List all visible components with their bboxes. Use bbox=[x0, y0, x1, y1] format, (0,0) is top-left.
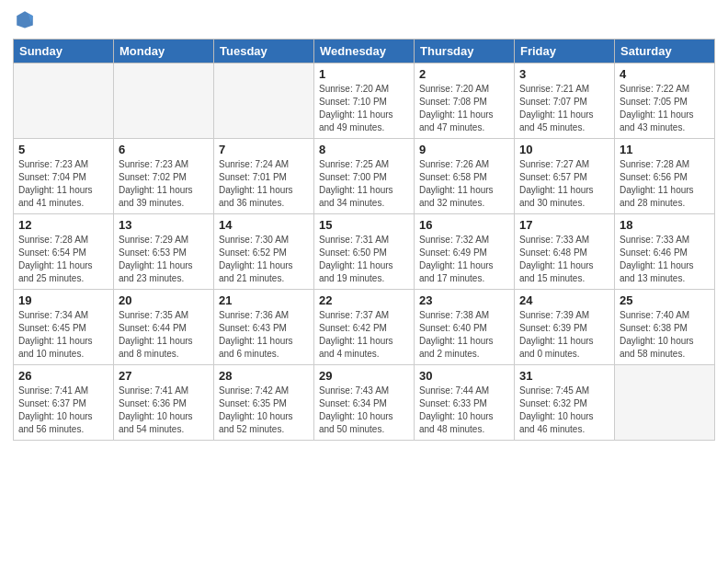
day-number: 2 bbox=[419, 67, 509, 81]
day-info: Sunrise: 7:20 AM Sunset: 7:08 PM Dayligh… bbox=[419, 83, 509, 134]
day-info: Sunrise: 7:27 AM Sunset: 6:57 PM Dayligh… bbox=[519, 158, 609, 210]
weekday-header-saturday: Saturday bbox=[615, 40, 715, 63]
day-number: 20 bbox=[119, 293, 209, 307]
weekday-header-friday: Friday bbox=[515, 40, 615, 63]
calendar-cell: 9Sunrise: 7:26 AM Sunset: 6:58 PM Daylig… bbox=[415, 139, 515, 214]
calendar-cell bbox=[615, 365, 715, 441]
week-row-5: 26Sunrise: 7:41 AM Sunset: 6:37 PM Dayli… bbox=[14, 365, 715, 441]
day-number: 9 bbox=[419, 143, 509, 156]
calendar-cell: 21Sunrise: 7:36 AM Sunset: 6:43 PM Dayli… bbox=[214, 290, 314, 365]
week-row-4: 19Sunrise: 7:34 AM Sunset: 6:45 PM Dayli… bbox=[14, 290, 715, 365]
day-info: Sunrise: 7:43 AM Sunset: 6:34 PM Dayligh… bbox=[319, 385, 409, 436]
day-number: 19 bbox=[18, 293, 108, 307]
calendar-cell: 20Sunrise: 7:35 AM Sunset: 6:44 PM Dayli… bbox=[114, 290, 214, 365]
calendar-cell: 7Sunrise: 7:24 AM Sunset: 7:01 PM Daylig… bbox=[214, 139, 314, 214]
calendar-cell: 6Sunrise: 7:23 AM Sunset: 7:02 PM Daylig… bbox=[114, 139, 214, 214]
calendar-cell: 25Sunrise: 7:40 AM Sunset: 6:38 PM Dayli… bbox=[615, 290, 715, 365]
calendar-cell: 8Sunrise: 7:25 AM Sunset: 7:00 PM Daylig… bbox=[314, 139, 415, 214]
calendar-cell: 3Sunrise: 7:21 AM Sunset: 7:07 PM Daylig… bbox=[515, 63, 615, 139]
day-number: 24 bbox=[519, 293, 609, 307]
day-number: 13 bbox=[119, 218, 209, 232]
day-number: 25 bbox=[620, 293, 710, 307]
day-number: 15 bbox=[319, 218, 409, 232]
day-info: Sunrise: 7:35 AM Sunset: 6:44 PM Dayligh… bbox=[119, 309, 209, 361]
day-number: 31 bbox=[519, 369, 609, 383]
calendar-cell: 2Sunrise: 7:20 AM Sunset: 7:08 PM Daylig… bbox=[415, 63, 515, 139]
calendar-cell: 22Sunrise: 7:37 AM Sunset: 6:42 PM Dayli… bbox=[314, 290, 415, 365]
calendar-cell: 19Sunrise: 7:34 AM Sunset: 6:45 PM Dayli… bbox=[14, 290, 114, 365]
logo-icon bbox=[15, 9, 35, 29]
week-row-3: 12Sunrise: 7:28 AM Sunset: 6:54 PM Dayli… bbox=[14, 214, 715, 290]
day-number: 14 bbox=[219, 218, 309, 232]
day-number: 11 bbox=[620, 143, 710, 156]
day-info: Sunrise: 7:45 AM Sunset: 6:32 PM Dayligh… bbox=[519, 385, 609, 436]
day-info: Sunrise: 7:39 AM Sunset: 6:39 PM Dayligh… bbox=[519, 309, 609, 361]
day-number: 10 bbox=[519, 143, 609, 156]
calendar-cell: 24Sunrise: 7:39 AM Sunset: 6:39 PM Dayli… bbox=[515, 290, 615, 365]
day-number: 16 bbox=[419, 218, 509, 232]
weekday-header-wednesday: Wednesday bbox=[314, 40, 415, 63]
calendar-table: SundayMondayTuesdayWednesdayThursdayFrid… bbox=[13, 39, 715, 441]
day-info: Sunrise: 7:31 AM Sunset: 6:50 PM Dayligh… bbox=[319, 234, 409, 285]
calendar-cell: 26Sunrise: 7:41 AM Sunset: 6:37 PM Dayli… bbox=[14, 365, 114, 441]
weekday-header-tuesday: Tuesday bbox=[214, 40, 314, 63]
day-number: 26 bbox=[18, 369, 108, 383]
logo bbox=[13, 9, 37, 33]
day-info: Sunrise: 7:25 AM Sunset: 7:00 PM Dayligh… bbox=[319, 158, 409, 210]
week-row-2: 5Sunrise: 7:23 AM Sunset: 7:04 PM Daylig… bbox=[14, 139, 715, 214]
day-number: 8 bbox=[319, 143, 409, 156]
calendar-cell: 15Sunrise: 7:31 AM Sunset: 6:50 PM Dayli… bbox=[314, 214, 415, 290]
day-number: 30 bbox=[419, 369, 509, 383]
calendar-cell: 11Sunrise: 7:28 AM Sunset: 6:56 PM Dayli… bbox=[615, 139, 715, 214]
day-info: Sunrise: 7:20 AM Sunset: 7:10 PM Dayligh… bbox=[319, 83, 409, 134]
calendar-cell: 17Sunrise: 7:33 AM Sunset: 6:48 PM Dayli… bbox=[515, 214, 615, 290]
day-info: Sunrise: 7:38 AM Sunset: 6:40 PM Dayligh… bbox=[419, 309, 509, 361]
day-info: Sunrise: 7:42 AM Sunset: 6:35 PM Dayligh… bbox=[219, 385, 309, 436]
calendar-cell bbox=[114, 63, 214, 139]
day-number: 29 bbox=[319, 369, 409, 383]
day-number: 28 bbox=[219, 369, 309, 383]
day-info: Sunrise: 7:33 AM Sunset: 6:46 PM Dayligh… bbox=[620, 234, 710, 285]
calendar-cell: 1Sunrise: 7:20 AM Sunset: 7:10 PM Daylig… bbox=[314, 63, 415, 139]
day-info: Sunrise: 7:26 AM Sunset: 6:58 PM Dayligh… bbox=[419, 158, 509, 210]
day-number: 21 bbox=[219, 293, 309, 307]
day-number: 27 bbox=[119, 369, 209, 383]
day-info: Sunrise: 7:40 AM Sunset: 6:38 PM Dayligh… bbox=[620, 309, 710, 361]
day-number: 18 bbox=[620, 218, 710, 232]
calendar-cell: 13Sunrise: 7:29 AM Sunset: 6:53 PM Dayli… bbox=[114, 214, 214, 290]
day-info: Sunrise: 7:23 AM Sunset: 7:04 PM Dayligh… bbox=[18, 158, 108, 210]
day-info: Sunrise: 7:29 AM Sunset: 6:53 PM Dayligh… bbox=[119, 234, 209, 285]
day-number: 4 bbox=[620, 67, 710, 81]
day-number: 1 bbox=[319, 67, 409, 81]
day-info: Sunrise: 7:21 AM Sunset: 7:07 PM Dayligh… bbox=[519, 83, 609, 134]
day-info: Sunrise: 7:44 AM Sunset: 6:33 PM Dayligh… bbox=[419, 385, 509, 436]
day-info: Sunrise: 7:32 AM Sunset: 6:49 PM Dayligh… bbox=[419, 234, 509, 285]
day-number: 7 bbox=[219, 143, 309, 156]
day-number: 5 bbox=[18, 143, 108, 156]
day-info: Sunrise: 7:34 AM Sunset: 6:45 PM Dayligh… bbox=[18, 309, 108, 361]
day-info: Sunrise: 7:28 AM Sunset: 6:54 PM Dayligh… bbox=[18, 234, 108, 285]
calendar-cell: 28Sunrise: 7:42 AM Sunset: 6:35 PM Dayli… bbox=[214, 365, 314, 441]
weekday-header-row: SundayMondayTuesdayWednesdayThursdayFrid… bbox=[14, 40, 715, 63]
header bbox=[13, 9, 715, 33]
calendar-cell bbox=[214, 63, 314, 139]
calendar-cell: 4Sunrise: 7:22 AM Sunset: 7:05 PM Daylig… bbox=[615, 63, 715, 139]
calendar-cell: 29Sunrise: 7:43 AM Sunset: 6:34 PM Dayli… bbox=[314, 365, 415, 441]
calendar-cell: 14Sunrise: 7:30 AM Sunset: 6:52 PM Dayli… bbox=[214, 214, 314, 290]
calendar-cell: 16Sunrise: 7:32 AM Sunset: 6:49 PM Dayli… bbox=[415, 214, 515, 290]
day-info: Sunrise: 7:41 AM Sunset: 6:37 PM Dayligh… bbox=[18, 385, 108, 436]
calendar-cell: 12Sunrise: 7:28 AM Sunset: 6:54 PM Dayli… bbox=[14, 214, 114, 290]
day-info: Sunrise: 7:24 AM Sunset: 7:01 PM Dayligh… bbox=[219, 158, 309, 210]
calendar-cell: 5Sunrise: 7:23 AM Sunset: 7:04 PM Daylig… bbox=[14, 139, 114, 214]
day-info: Sunrise: 7:41 AM Sunset: 6:36 PM Dayligh… bbox=[119, 385, 209, 436]
weekday-header-monday: Monday bbox=[114, 40, 214, 63]
day-number: 3 bbox=[519, 67, 609, 81]
day-number: 12 bbox=[18, 218, 108, 232]
day-number: 22 bbox=[319, 293, 409, 307]
page-container: SundayMondayTuesdayWednesdayThursdayFrid… bbox=[0, 0, 728, 450]
day-info: Sunrise: 7:30 AM Sunset: 6:52 PM Dayligh… bbox=[219, 234, 309, 285]
calendar-cell: 31Sunrise: 7:45 AM Sunset: 6:32 PM Dayli… bbox=[515, 365, 615, 441]
calendar-cell bbox=[14, 63, 114, 139]
day-info: Sunrise: 7:33 AM Sunset: 6:48 PM Dayligh… bbox=[519, 234, 609, 285]
day-number: 23 bbox=[419, 293, 509, 307]
